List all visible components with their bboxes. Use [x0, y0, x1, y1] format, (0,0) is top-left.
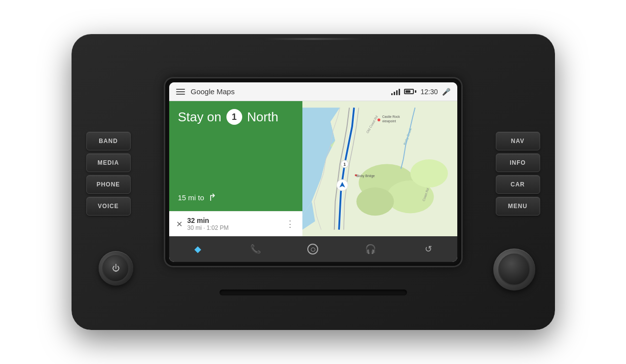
- app-title: Google Maps: [191, 87, 392, 96]
- battery-icon: [404, 89, 416, 94]
- svg-point-10: [377, 118, 380, 121]
- direction-prefix: Stay on: [178, 109, 221, 125]
- map-svg: 1 Old Coast Rd Castle Rock viewpoint Bix…: [302, 101, 457, 236]
- hamburger-menu[interactable]: [176, 89, 185, 95]
- map-area[interactable]: 1 Old Coast Rd Castle Rock viewpoint Bix…: [302, 101, 457, 236]
- svg-text:1: 1: [343, 162, 346, 167]
- volume-knob[interactable]: [493, 249, 535, 291]
- trip-time: 32 min: [187, 217, 281, 224]
- menu-button[interactable]: MENU: [496, 197, 540, 216]
- maps-nav-icon: ◆: [194, 244, 201, 255]
- left-button-group: BAND MEDIA PHONE VOICE: [86, 132, 131, 216]
- bottom-nav: ◆ 📞 ○ 🎧 ↺: [169, 236, 457, 262]
- more-options-button[interactable]: ⋮: [286, 218, 295, 229]
- svg-rect-12: [355, 174, 357, 176]
- home-nav-icon: ○: [307, 244, 318, 255]
- media-button[interactable]: MEDIA: [86, 153, 131, 172]
- signal-icon: [391, 88, 400, 95]
- status-icons: 12:30 🎤: [391, 88, 450, 96]
- hamburger-line: [176, 91, 185, 92]
- hamburger-line: [176, 94, 185, 95]
- phone-button[interactable]: PHONE: [86, 175, 131, 194]
- right-button-group: NAV INFO CAR MENU: [496, 132, 540, 216]
- music-nav-icon: 🎧: [365, 244, 376, 255]
- band-button[interactable]: BAND: [86, 132, 131, 150]
- nav-button[interactable]: NAV: [496, 132, 540, 150]
- screen-bezel: Google Maps: [165, 78, 461, 266]
- voice-button[interactable]: VOICE: [86, 197, 131, 216]
- svg-point-4: [410, 159, 447, 187]
- status-bar: Google Maps: [169, 82, 457, 101]
- hamburger-line: [176, 89, 185, 90]
- svg-text:Castle Rock: Castle Rock: [382, 115, 400, 118]
- knob-inner-right: [498, 254, 530, 286]
- mic-icon[interactable]: 🎤: [442, 88, 450, 96]
- screen[interactable]: Google Maps: [169, 82, 457, 262]
- direction-suffix: North: [247, 109, 279, 125]
- car-unit: BAND MEDIA PHONE VOICE NAV INFO CAR MENU…: [72, 34, 555, 330]
- svg-point-3: [356, 187, 394, 216]
- direction-card: Stay on 1 North 15 mi to ↱: [169, 101, 302, 211]
- trip-info: ✕ 32 min 30 mi · 1:02 PM ⋮: [169, 211, 302, 236]
- knob-inner: ⏻: [102, 255, 129, 282]
- power-icon: ⏻: [112, 264, 120, 273]
- route-badge: 1: [226, 109, 242, 125]
- time-display: 12:30: [420, 88, 438, 96]
- phone-nav-icon: 📞: [250, 244, 261, 255]
- trip-details: 32 min 30 mi · 1:02 PM: [187, 217, 281, 231]
- distance-text: 15 mi to: [178, 193, 204, 202]
- main-content: Stay on 1 North 15 mi to ↱ ✕ 32: [169, 101, 457, 236]
- nav-panel: Stay on 1 North 15 mi to ↱ ✕ 32: [169, 101, 302, 236]
- trip-distance-eta: 30 mi · 1:02 PM: [187, 224, 281, 231]
- power-knob[interactable]: ⏻: [99, 251, 133, 286]
- nav-back-item[interactable]: ↺: [416, 239, 441, 259]
- turn-arrow-icon: ↱: [208, 191, 217, 203]
- distance-info: 15 mi to ↱: [178, 191, 294, 203]
- close-button[interactable]: ✕: [176, 219, 183, 229]
- svg-text:viewpoint: viewpoint: [382, 119, 396, 123]
- nav-phone-item[interactable]: 📞: [243, 239, 268, 259]
- info-button[interactable]: INFO: [496, 153, 540, 172]
- nav-maps-item[interactable]: ◆: [185, 239, 210, 259]
- bezel-accent: [264, 38, 363, 40]
- direction-main: Stay on 1 North: [178, 109, 294, 125]
- cd-slot: [220, 290, 407, 295]
- svg-text:Bixby Bridge: Bixby Bridge: [356, 174, 375, 178]
- nav-home-item[interactable]: ○: [300, 239, 325, 259]
- nav-music-item[interactable]: 🎧: [358, 239, 383, 259]
- car-button[interactable]: CAR: [496, 175, 540, 194]
- back-nav-icon: ↺: [425, 244, 432, 255]
